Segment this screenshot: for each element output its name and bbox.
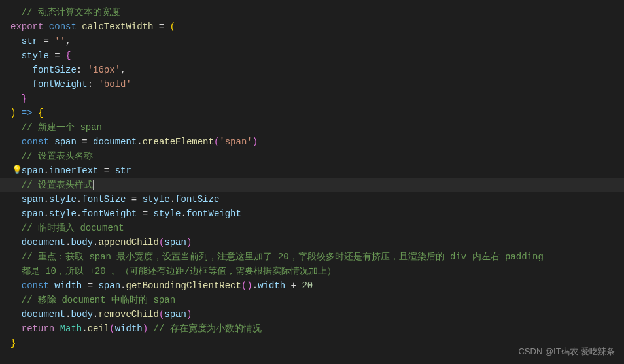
- code-line: const span = document.createElement('spa…: [0, 135, 624, 149]
- code-line: // 重点：获取 span 最小宽度，设置当前列，注意这里加了 20，字段较多时…: [0, 250, 624, 264]
- code-line: export const calcTextWidth = (: [0, 20, 624, 34]
- code-line: ) => {: [0, 106, 624, 120]
- code-line: span.style.fontWeight = style.fontWeight: [0, 207, 624, 221]
- code-line: // 新建一个 span: [0, 120, 624, 135]
- code-line: 都是 10，所以 +20 。（可能还有边距/边框等值，需要根据实际情况加上）: [0, 264, 624, 278]
- code-line: 💡 span.innerText = str: [0, 163, 624, 178]
- code-line: str = '',: [0, 34, 624, 48]
- code-editor[interactable]: // 动态计算文本的宽度 export const calcTextWidth …: [0, 5, 624, 350]
- code-line: document.body.removeChild(span): [0, 307, 624, 322]
- code-line: // 动态计算文本的宽度: [0, 5, 624, 20]
- text-cursor: [93, 180, 94, 190]
- watermark-text: CSDN @IT码农-爱吃辣条: [518, 344, 615, 359]
- code-line: // 临时插入 document: [0, 221, 624, 235]
- code-line: // 移除 document 中临时的 span: [0, 293, 624, 307]
- comment: // 动态计算文本的宽度: [22, 7, 120, 18]
- code-line: const width = span.getBoundingClientRect…: [0, 278, 624, 293]
- code-line: }: [0, 91, 624, 106]
- code-line: span.style.fontSize = style.fontSize: [0, 192, 624, 207]
- code-line: style = {: [0, 48, 624, 63]
- code-line-active: // 设置表头样式: [0, 178, 624, 192]
- code-line: return Math.ceil(width) // 存在宽度为小数的情况: [0, 322, 624, 336]
- code-line: fontSize: '16px',: [0, 63, 624, 77]
- code-line: fontWeight: 'bold': [0, 77, 624, 91]
- code-line: document.body.appendChild(span): [0, 235, 624, 250]
- code-line: // 设置表头名称: [0, 149, 624, 163]
- lightbulb-icon[interactable]: 💡: [12, 163, 22, 178]
